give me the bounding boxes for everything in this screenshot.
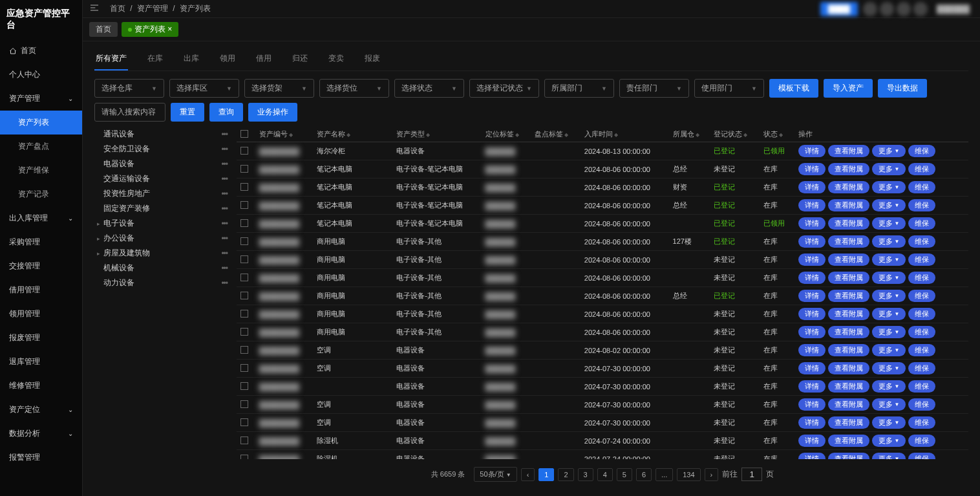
attachment-button[interactable]: 查看附属	[828, 416, 869, 429]
maintenance-button[interactable]: 维保	[908, 235, 935, 248]
maintenance-button[interactable]: 维保	[908, 416, 935, 429]
detail-button[interactable]: 详情	[798, 290, 826, 302]
tree-node[interactable]: 交通运输设备•••	[94, 171, 230, 186]
sort-icon[interactable]: ◆	[515, 132, 519, 138]
sidebar-item[interactable]: 个人中心	[0, 63, 82, 87]
more-button[interactable]: 更多▼	[872, 199, 906, 211]
top-action-button[interactable]: ████	[820, 2, 858, 16]
filter-select[interactable]: 选择库区▼	[169, 79, 239, 98]
row-checkbox[interactable]	[240, 400, 248, 408]
page-number[interactable]: 3	[578, 468, 593, 481]
prev-page[interactable]: ‹	[521, 468, 535, 481]
detail-button[interactable]: 详情	[798, 217, 826, 230]
sub-tab[interactable]: 出库	[182, 48, 200, 70]
more-button[interactable]: 更多▼	[872, 380, 906, 393]
detail-button[interactable]: 详情	[798, 145, 826, 157]
row-checkbox[interactable]	[240, 455, 248, 460]
more-button[interactable]: 更多▼	[872, 326, 906, 338]
page-number[interactable]: 6	[636, 468, 652, 481]
detail-button[interactable]: 详情	[798, 362, 826, 374]
page-number[interactable]: 2	[558, 468, 573, 481]
tree-node[interactable]: 通讯设备•••	[94, 127, 230, 142]
more-button[interactable]: 更多▼	[872, 308, 906, 320]
detail-button[interactable]: 详情	[798, 163, 826, 175]
sort-icon[interactable]: ◆	[614, 132, 618, 138]
search-input[interactable]: 请输入搜索内容	[94, 103, 165, 122]
checkbox-all[interactable]	[240, 130, 248, 138]
page-number[interactable]: ...	[655, 468, 673, 481]
maintenance-button[interactable]: 维保	[908, 217, 935, 230]
attachment-button[interactable]: 查看附属	[828, 199, 869, 211]
table-header[interactable]: 资产名称◆	[313, 127, 392, 142]
sidebar-item[interactable]: 出入库管理⌄	[0, 206, 82, 230]
filter-select[interactable]: 选择仓库▼	[94, 79, 164, 98]
sort-icon[interactable]: ◆	[426, 132, 430, 138]
more-button[interactable]: 更多▼	[872, 362, 906, 374]
page-size-select[interactable]: 50条/页 ▼	[474, 467, 517, 482]
sidebar-item[interactable]: 交接管理	[0, 254, 82, 278]
more-button[interactable]: 更多▼	[872, 344, 906, 356]
page-number[interactable]: 4	[597, 468, 613, 481]
row-checkbox[interactable]	[240, 147, 248, 155]
attachment-button[interactable]: 查看附属	[828, 435, 869, 447]
sort-icon[interactable]: ◆	[564, 132, 568, 138]
attachment-button[interactable]: 查看附属	[828, 253, 869, 266]
detail-button[interactable]: 详情	[798, 253, 826, 266]
breadcrumb-item[interactable]: 资产列表	[180, 4, 211, 13]
more-button[interactable]: 更多▼	[872, 163, 906, 175]
attachment-button[interactable]: 查看附属	[828, 235, 869, 248]
attachment-button[interactable]: 查看附属	[828, 217, 869, 230]
maintenance-button[interactable]: 维保	[908, 380, 935, 393]
filter-select[interactable]: 使用部门▼	[694, 79, 764, 98]
attachment-button[interactable]: 查看附属	[828, 163, 869, 175]
more-button[interactable]: 更多▼	[872, 290, 906, 302]
tree-node[interactable]: ▸房屋及建筑物•••	[94, 246, 230, 261]
breadcrumb-item[interactable]: 资产管理	[137, 4, 168, 13]
goto-input[interactable]	[741, 468, 762, 481]
next-page[interactable]: ›	[705, 468, 719, 481]
attachment-button[interactable]: 查看附属	[828, 453, 869, 459]
row-checkbox[interactable]	[240, 437, 248, 444]
avatar[interactable]	[897, 2, 911, 16]
more-icon[interactable]: •••	[221, 279, 228, 288]
tree-node[interactable]: 安全防卫设备•••	[94, 142, 230, 156]
table-header[interactable]: 资产编号◆	[255, 127, 313, 142]
sidebar-item[interactable]: 维修管理	[0, 374, 82, 398]
sidebar-item[interactable]: 资产管理⌄	[0, 87, 82, 111]
sidebar-item[interactable]: 首页	[0, 39, 82, 63]
tree-node[interactable]: 电器设备•••	[94, 156, 230, 171]
sub-tab[interactable]: 变卖	[327, 48, 345, 70]
detail-button[interactable]: 详情	[798, 435, 826, 447]
table-header[interactable]: 所属仓◆	[669, 127, 710, 142]
sidebar-subitem[interactable]: 资产维保	[0, 158, 82, 182]
attachment-button[interactable]: 查看附属	[828, 272, 869, 284]
table-header[interactable]: 定位标签◆	[482, 127, 531, 142]
nav-tab[interactable]: 首页	[89, 22, 118, 37]
table-header[interactable]: 操作	[794, 127, 968, 142]
detail-button[interactable]: 详情	[798, 308, 826, 320]
maintenance-button[interactable]: 维保	[908, 272, 935, 284]
table-header[interactable]: 资产类型◆	[392, 127, 481, 142]
filter-select[interactable]: 选择货位▼	[319, 79, 389, 98]
detail-button[interactable]: 详情	[798, 398, 826, 411]
page-number[interactable]: 1	[538, 468, 554, 481]
sort-icon[interactable]: ◆	[696, 132, 699, 138]
row-checkbox[interactable]	[240, 274, 248, 281]
sidebar-item[interactable]: 数据分析⌄	[0, 422, 82, 446]
maintenance-button[interactable]: 维保	[908, 290, 935, 302]
row-checkbox[interactable]	[240, 310, 248, 318]
detail-button[interactable]: 详情	[798, 416, 826, 429]
close-icon[interactable]: ×	[167, 25, 172, 34]
row-checkbox[interactable]	[240, 183, 248, 191]
attachment-button[interactable]: 查看附属	[828, 398, 869, 411]
maintenance-button[interactable]: 维保	[908, 199, 935, 211]
attachment-button[interactable]: 查看附属	[828, 145, 869, 157]
sub-tab[interactable]: 报废	[363, 48, 381, 70]
detail-button[interactable]: 详情	[798, 181, 826, 193]
maintenance-button[interactable]: 维保	[908, 398, 935, 411]
attachment-button[interactable]: 查看附属	[828, 181, 869, 193]
username[interactable]: ██████	[933, 5, 974, 14]
filter-select[interactable]: 所属部门▼	[544, 79, 614, 98]
maintenance-button[interactable]: 维保	[908, 253, 935, 266]
more-icon[interactable]: •••	[221, 160, 228, 169]
